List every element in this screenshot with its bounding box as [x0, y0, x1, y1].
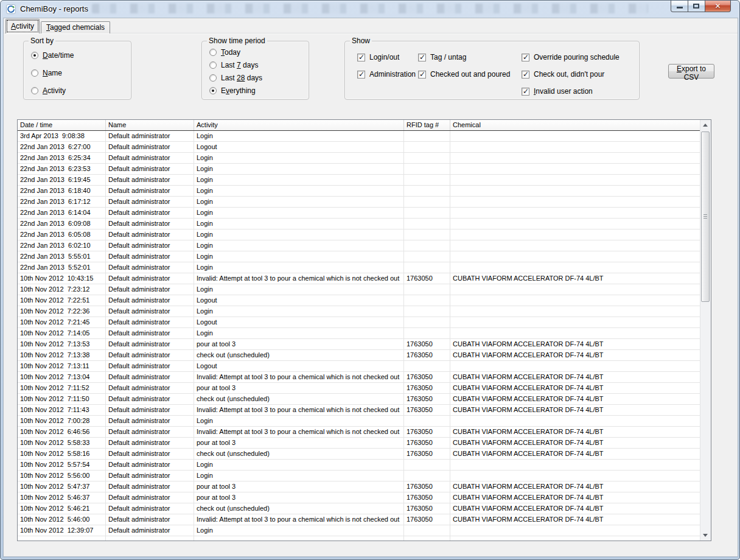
cell-name: Default administrator [106, 306, 194, 317]
checkbox-administration[interactable]: Administration [357, 70, 416, 79]
table-row[interactable]: 10th Nov 2012 5:46:37Default administrat… [18, 492, 700, 503]
cell-name: Default administrator [106, 273, 194, 284]
table-row[interactable]: 22nd Jan 2013 6:14:04Default administrat… [18, 208, 700, 219]
filler-cell [194, 536, 404, 541]
table-row[interactable]: 10th Nov 2012 7:00:28Default administrat… [18, 416, 700, 427]
table-row[interactable]: 10th Nov 2012 5:58:33Default administrat… [18, 438, 700, 449]
cell-name: Default administrator [106, 197, 194, 207]
column-header-date-time[interactable]: Date / time [18, 120, 106, 130]
cell-name: Default administrator [106, 262, 194, 273]
radio-icon [209, 49, 217, 56]
table-row[interactable]: 10th Nov 2012 5:46:21Default administrat… [18, 503, 700, 514]
cell-activity: Login [194, 186, 404, 196]
table-row[interactable]: 10th Nov 2012 12:39:07Default administra… [18, 525, 700, 536]
cell-rfid-tag [404, 284, 450, 295]
table-body: 3rd Apr 2013 9:08:38Default administrato… [18, 131, 700, 541]
table-row[interactable]: 10th Nov 2012 10:43:15Default administra… [18, 273, 700, 284]
table-row[interactable]: 10th Nov 2012 7:14:05Default administrat… [18, 328, 700, 339]
radio-last-28-days[interactable]: Last 28 days [209, 74, 262, 82]
radio-everything[interactable]: Everything [209, 86, 262, 95]
table-row[interactable]: 22nd Jan 2013 5:52:01Default administrat… [18, 262, 700, 273]
cell-activity: Logout [194, 317, 404, 327]
minimize-button[interactable] [671, 1, 688, 12]
table-row[interactable]: 10th Nov 2012 7:21:45Default administrat… [18, 317, 700, 328]
table-row[interactable]: 10th Nov 2012 5:46:00Default administrat… [18, 514, 700, 525]
cell-name: Default administrator [106, 240, 194, 251]
cell-date-time: 10th Nov 2012 7:22:51 [18, 295, 106, 306]
column-header-name[interactable]: Name [106, 120, 194, 130]
cell-activity: Login [194, 306, 404, 317]
table-row[interactable]: 10th Nov 2012 7:13:11Default administrat… [18, 361, 700, 372]
table-row[interactable]: 22nd Jan 2013 6:27:00Default administrat… [18, 142, 700, 153]
option-label: Administration [369, 70, 416, 79]
table-row[interactable]: 10th Nov 2012 5:56:00Default administrat… [18, 471, 700, 481]
table-row[interactable]: 10th Nov 2012 7:23:12Default administrat… [18, 284, 700, 295]
cell-date-time: 10th Nov 2012 5:46:21 [18, 503, 106, 514]
export-to-csv-button[interactable]: Export to CSV [668, 64, 714, 79]
table-row[interactable]: 10th Nov 2012 5:57:54Default administrat… [18, 460, 700, 471]
table-row[interactable]: 10th Nov 2012 7:11:43Default administrat… [18, 405, 700, 416]
column-header-chemical[interactable]: Chemical [450, 120, 700, 130]
checkbox-check-out-didn-t-pour[interactable]: Check out, didn't pour [522, 70, 620, 79]
table-row[interactable]: 22nd Jan 2013 6:02:10Default administrat… [18, 240, 700, 251]
scroll-down-button[interactable] [700, 530, 711, 541]
radio-activity[interactable]: Activity [31, 86, 74, 95]
option-label: Check out, didn't pour [534, 70, 604, 79]
cell-name: Default administrator [106, 251, 194, 262]
radio-icon [31, 87, 38, 94]
table-row[interactable]: 22nd Jan 2013 6:23:53Default administrat… [18, 164, 700, 175]
cell-activity: pour at tool 3 [194, 481, 404, 492]
tab-activity[interactable]: Activity [5, 19, 40, 33]
table-row[interactable]: 22nd Jan 2013 6:17:12Default administrat… [18, 197, 700, 208]
table-row[interactable]: 3rd Apr 2013 9:08:38Default administrato… [18, 131, 700, 142]
cell-chemical [450, 262, 700, 273]
checkbox-checked-out-and-poured[interactable]: Checked out and poured [418, 70, 510, 79]
table-row[interactable]: 10th Nov 2012 5:58:16Default administrat… [18, 449, 700, 460]
cell-chemical: CUBATH VIAFORM ACCELERATOR DF-74 4L/BT [450, 503, 700, 514]
table-row[interactable]: 10th Nov 2012 5:47:37Default administrat… [18, 481, 700, 492]
cell-rfid-tag: 1763050 [404, 372, 450, 382]
table-row[interactable]: 10th Nov 2012 7:11:50Default administrat… [18, 394, 700, 405]
table-row[interactable]: 22nd Jan 2013 6:19:45Default administrat… [18, 175, 700, 186]
maximize-button[interactable] [688, 1, 705, 12]
tab-tagged-chemicals[interactable]: Tagged chemcials [41, 21, 110, 33]
checkbox-login-out[interactable]: Login/out [357, 53, 416, 61]
column-header-activity[interactable]: Activity [194, 120, 404, 130]
radio-date-time[interactable]: Date/time [31, 51, 74, 60]
table-row[interactable]: 22nd Jan 2013 6:18:40Default administrat… [18, 186, 700, 197]
table-row[interactable]: 10th Nov 2012 7:22:36Default administrat… [18, 306, 700, 317]
cell-chemical [450, 460, 700, 470]
table-row[interactable]: 10th Nov 2012 6:46:56Default administrat… [18, 427, 700, 438]
cell-name: Default administrator [106, 394, 194, 404]
checkbox-icon [357, 71, 365, 79]
table-row[interactable]: 22nd Jan 2013 6:25:34Default administrat… [18, 153, 700, 164]
radio-last-7-days[interactable]: Last 7 days [209, 61, 262, 69]
checkbox-invalid-user-action[interactable]: Invalid user action [522, 87, 620, 96]
column-header-rfid-tag[interactable]: RFID tag # [404, 120, 450, 130]
cell-rfid-tag [404, 416, 450, 426]
scrollbar-track[interactable] [700, 130, 711, 530]
activity-table: Date / timeNameActivityRFID tag #Chemica… [17, 119, 711, 541]
checkbox-tag-untag[interactable]: Tag / untag [418, 53, 510, 61]
cell-name: Default administrator [106, 131, 194, 141]
titlebar[interactable]: ChemiBoy - reports ✕ [1, 1, 739, 18]
table-row[interactable]: 10th Nov 2012 7:11:52Default administrat… [18, 383, 700, 394]
table-row[interactable]: 10th Nov 2012 7:13:53Default administrat… [18, 339, 700, 350]
cell-activity: Login [194, 525, 404, 536]
cell-activity: Login [194, 251, 404, 262]
radio-today[interactable]: Today [209, 48, 262, 57]
table-row[interactable]: 10th Nov 2012 7:22:51Default administrat… [18, 295, 700, 306]
scrollbar-thumb[interactable] [701, 131, 710, 302]
cell-date-time: 10th Nov 2012 5:58:33 [18, 438, 106, 448]
checkbox-override-pouring-schedule[interactable]: Override pouring schedule [522, 53, 620, 61]
table-row[interactable]: 22nd Jan 2013 5:55:01Default administrat… [18, 251, 700, 262]
close-button[interactable]: ✕ [705, 1, 731, 12]
vertical-scrollbar[interactable] [700, 120, 711, 541]
table-row[interactable]: 10th Nov 2012 7:13:38Default administrat… [18, 350, 700, 361]
table-row[interactable]: 22nd Jan 2013 6:09:08Default administrat… [18, 219, 700, 229]
table-row[interactable]: 22nd Jan 2013 6:05:08Default administrat… [18, 229, 700, 240]
table-row[interactable]: 10th Nov 2012 7:13:04Default administrat… [18, 372, 700, 383]
scroll-up-button[interactable] [700, 120, 711, 130]
show-options-column-1: Login/outAdministration [357, 53, 416, 79]
radio-name[interactable]: Name [31, 69, 74, 77]
